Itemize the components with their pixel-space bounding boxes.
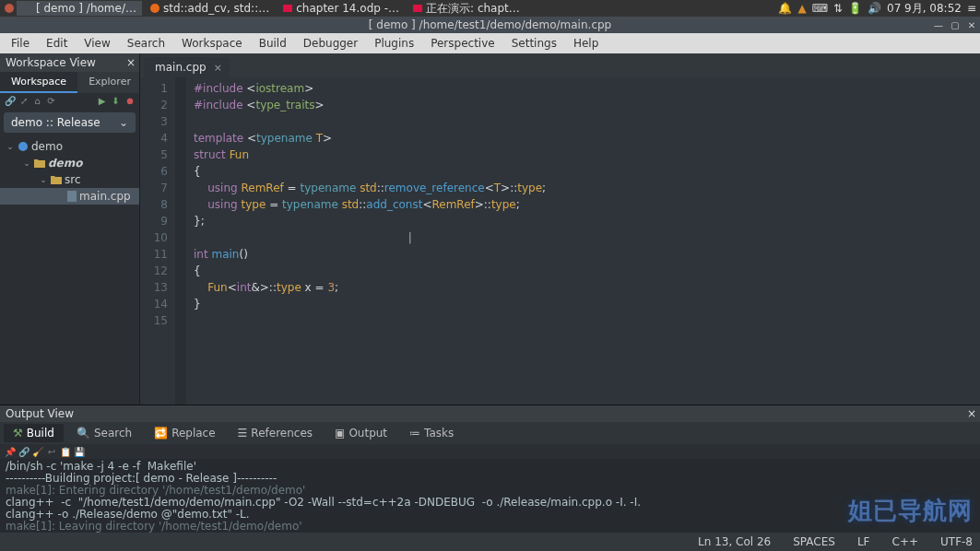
app-menu-icon[interactable] xyxy=(4,3,15,14)
user-menu-icon[interactable]: ≡ xyxy=(967,2,976,15)
workspace-tab[interactable]: Workspace xyxy=(0,72,77,93)
twisty-icon[interactable]: ⌄ xyxy=(39,175,48,184)
wrap-icon[interactable]: ↩ xyxy=(45,445,58,458)
firefox-icon xyxy=(149,3,160,14)
warning-icon[interactable]: ▲ xyxy=(797,2,806,15)
workspace-pane: Workspace View × Workspace Explorer 🔗 ⤢ … xyxy=(0,53,140,404)
menu-settings[interactable]: Settings xyxy=(504,35,564,52)
task-item[interactable]: std::add_cv, std::… xyxy=(144,1,275,16)
search-icon: 🔍 xyxy=(77,427,90,440)
output-tab-search[interactable]: 🔍Search xyxy=(67,424,141,442)
project-tree: ⌄demo⌄demo⌄srcmain.cpp xyxy=(0,136,139,206)
tree-folder[interactable]: ⌄demo xyxy=(0,155,139,171)
task-item[interactable]: chapter 14.odp -… xyxy=(277,1,405,16)
menu-perspective[interactable]: Perspective xyxy=(423,35,502,52)
window-title: [ demo ] /home/test1/demo/demo/main.cpp xyxy=(369,18,611,31)
link-icon[interactable]: 🔗 xyxy=(18,445,30,458)
close-button[interactable]: ✕ xyxy=(965,18,978,31)
build-config-selector[interactable]: demo :: Release ⌄ xyxy=(4,112,136,133)
clock[interactable]: 07 9月, 08:52 xyxy=(887,1,962,17)
twisty-icon[interactable]: ⌄ xyxy=(22,158,31,168)
menu-edit[interactable]: Edit xyxy=(39,35,75,52)
svg-point-0 xyxy=(5,4,14,13)
indent-mode[interactable]: SPACES xyxy=(793,535,835,548)
svg-point-1 xyxy=(150,4,159,13)
output-tab-replace[interactable]: 🔁Replace xyxy=(145,424,224,442)
link-icon[interactable]: 🔗 xyxy=(4,95,16,107)
menu-bar: File Edit View Search Workspace Build De… xyxy=(0,33,980,53)
task-item[interactable]: 正在演示: chapt… xyxy=(407,0,525,18)
menu-debugger[interactable]: Debugger xyxy=(296,35,365,52)
replace-icon: 🔁 xyxy=(154,427,168,440)
tree-folder[interactable]: ⌄demo xyxy=(0,138,139,155)
save-icon[interactable]: 💾 xyxy=(73,445,86,458)
impress-icon xyxy=(412,3,423,14)
build-icon[interactable]: ▶ xyxy=(96,95,108,107)
pane-close-button[interactable]: × xyxy=(126,56,136,69)
menu-view[interactable]: View xyxy=(77,35,117,52)
copy-icon[interactable]: 📋 xyxy=(59,445,72,458)
pin-icon[interactable]: 📌 xyxy=(4,445,17,458)
keyboard-icon[interactable]: ⌨ xyxy=(812,2,828,15)
collapse-icon[interactable]: ⤢ xyxy=(18,95,30,107)
cursor-position[interactable]: Ln 13, Col 26 xyxy=(698,535,771,548)
home-icon[interactable]: ⌂ xyxy=(31,95,43,107)
task-item[interactable]: [ demo ] /home/… xyxy=(17,1,142,16)
run-icon[interactable]: ⬇ xyxy=(110,95,122,107)
output-tab-references[interactable]: ☰References xyxy=(229,424,322,442)
window-titlebar[interactable]: [ demo ] /home/test1/demo/demo/main.cpp … xyxy=(0,17,980,33)
workspace-toolbar: 🔗 ⤢ ⌂ ⟳ ▶ ⬇ ⏺ xyxy=(0,93,139,109)
output-pane-title: Output View × xyxy=(0,405,980,422)
folder-icon xyxy=(34,158,45,168)
tree-label: main.cpp xyxy=(79,190,131,203)
tree-label: src xyxy=(65,173,81,186)
hammer-icon: ⚒ xyxy=(13,427,23,440)
output-tab-tasks[interactable]: ≔Tasks xyxy=(400,424,463,442)
window-icon xyxy=(22,3,33,14)
editor-tabs: main.cpp × xyxy=(140,53,980,77)
tasks-icon: ≔ xyxy=(409,427,420,440)
project-icon xyxy=(18,141,29,152)
twisty-icon[interactable]: ⌄ xyxy=(6,142,15,151)
code-area[interactable]: #include <iostream>#include <type_traits… xyxy=(186,77,980,404)
pane-close-button[interactable]: × xyxy=(967,407,976,420)
output-toolbar: 📌 🔗 🧹 ↩ 📋 💾 xyxy=(0,444,980,459)
svg-rect-2 xyxy=(283,5,292,12)
workspace-pane-title: Workspace View × xyxy=(0,53,139,72)
code-editor[interactable]: 123456789101112131415 #include <iostream… xyxy=(140,77,980,404)
fold-gutter[interactable] xyxy=(175,77,186,404)
editor-tab[interactable]: main.cpp × xyxy=(144,57,230,77)
output-tab-output[interactable]: ▣Output xyxy=(325,424,396,442)
volume-icon[interactable]: 🔊 xyxy=(868,2,881,15)
minimize-button[interactable]: — xyxy=(932,18,945,31)
output-tab-build[interactable]: ⚒Build xyxy=(4,424,64,442)
menu-help[interactable]: Help xyxy=(566,35,606,52)
tree-file[interactable]: main.cpp xyxy=(0,188,139,205)
sync-icon[interactable]: ⟳ xyxy=(45,95,57,107)
menu-workspace[interactable]: Workspace xyxy=(174,35,250,52)
notification-icon[interactable]: 🔔 xyxy=(778,2,792,15)
tree-label: demo xyxy=(31,140,63,153)
network-icon[interactable]: ⇅ xyxy=(833,2,843,15)
tree-folder[interactable]: ⌄src xyxy=(0,171,139,188)
battery-icon[interactable]: 🔋 xyxy=(848,2,862,15)
editor-tab-label: main.cpp xyxy=(155,61,207,74)
menu-plugins[interactable]: Plugins xyxy=(367,35,421,52)
svg-rect-5 xyxy=(67,191,77,202)
impress-icon xyxy=(282,3,293,14)
chevron-down-icon: ⌄ xyxy=(119,116,128,129)
menu-search[interactable]: Search xyxy=(120,35,172,52)
clear-icon[interactable]: 🧹 xyxy=(31,445,44,458)
line-ending[interactable]: LF xyxy=(857,535,870,548)
menu-file[interactable]: File xyxy=(4,35,37,52)
maximize-button[interactable]: ▢ xyxy=(949,18,962,31)
output-console[interactable]: /bin/sh -c 'make -j 4 -e -f Makefile'---… xyxy=(0,459,980,533)
svg-rect-3 xyxy=(413,5,422,12)
stop-icon[interactable]: ⏺ xyxy=(124,95,136,107)
explorer-tab[interactable]: Explorer xyxy=(77,72,142,93)
menu-build[interactable]: Build xyxy=(252,35,294,52)
encoding[interactable]: UTF-8 xyxy=(940,535,973,548)
tab-close-icon[interactable]: × xyxy=(214,62,222,74)
language-mode[interactable]: C++ xyxy=(892,535,919,548)
output-pane: Output View × ⚒Build 🔍Search 🔁Replace ☰R… xyxy=(0,404,980,533)
